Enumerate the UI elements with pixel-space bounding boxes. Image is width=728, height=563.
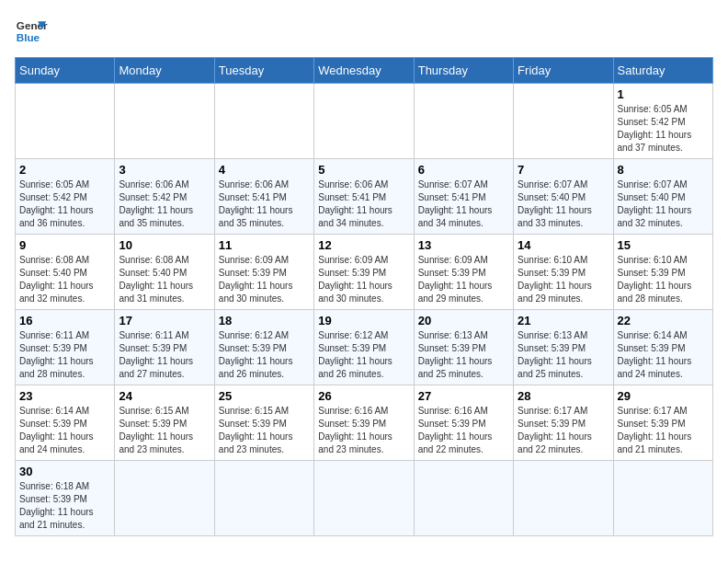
cell-sun-info: Sunrise: 6:17 AMSunset: 5:39 PMDaylight:… (518, 405, 609, 456)
week-row-3: 9Sunrise: 6:08 AMSunset: 5:40 PMDaylight… (16, 235, 713, 310)
weekday-header-monday: Monday (115, 58, 214, 84)
weekday-header-thursday: Thursday (414, 58, 513, 84)
calendar-cell: 28Sunrise: 6:17 AMSunset: 5:39 PMDayligh… (514, 385, 613, 461)
day-number: 30 (19, 465, 110, 478)
calendar-cell: 8Sunrise: 6:07 AMSunset: 5:40 PMDaylight… (613, 159, 712, 235)
calendar-cell: 24Sunrise: 6:15 AMSunset: 5:39 PMDayligh… (115, 385, 214, 461)
day-number: 2 (19, 163, 110, 177)
cell-sun-info: Sunrise: 6:17 AMSunset: 5:39 PMDaylight:… (618, 405, 709, 456)
day-number: 14 (518, 238, 609, 252)
day-number: 16 (19, 314, 110, 327)
cell-sun-info: Sunrise: 6:16 AMSunset: 5:39 PMDaylight:… (418, 405, 509, 456)
cell-sun-info: Sunrise: 6:07 AMSunset: 5:41 PMDaylight:… (418, 178, 509, 230)
calendar-cell (414, 84, 513, 159)
calendar-cell (314, 84, 414, 159)
calendar-cell: 15Sunrise: 6:10 AMSunset: 5:39 PMDayligh… (613, 235, 712, 310)
cell-sun-info: Sunrise: 6:18 AMSunset: 5:39 PMDaylight:… (19, 480, 110, 532)
calendar-cell (514, 461, 613, 536)
weekday-header-tuesday: Tuesday (214, 58, 313, 84)
cell-sun-info: Sunrise: 6:08 AMSunset: 5:40 PMDaylight:… (19, 254, 110, 305)
calendar-cell: 10Sunrise: 6:08 AMSunset: 5:40 PMDayligh… (115, 235, 214, 310)
cell-sun-info: Sunrise: 6:09 AMSunset: 5:39 PMDaylight:… (318, 254, 409, 305)
day-number: 5 (318, 163, 409, 177)
calendar-cell: 21Sunrise: 6:13 AMSunset: 5:39 PMDayligh… (514, 310, 613, 385)
cell-sun-info: Sunrise: 6:14 AMSunset: 5:39 PMDaylight:… (19, 405, 110, 456)
calendar-cell (16, 84, 115, 159)
cell-sun-info: Sunrise: 6:09 AMSunset: 5:39 PMDaylight:… (219, 254, 310, 305)
day-number: 12 (318, 238, 409, 252)
day-number: 29 (618, 389, 709, 403)
calendar-cell (414, 461, 513, 536)
day-number: 3 (119, 163, 210, 177)
day-number: 10 (119, 238, 210, 252)
calendar-cell (613, 461, 712, 536)
day-number: 24 (119, 389, 210, 403)
day-number: 13 (418, 238, 509, 252)
calendar-cell: 7Sunrise: 6:07 AMSunset: 5:40 PMDaylight… (514, 159, 613, 235)
cell-sun-info: Sunrise: 6:06 AMSunset: 5:42 PMDaylight:… (119, 178, 210, 230)
calendar-cell: 5Sunrise: 6:06 AMSunset: 5:41 PMDaylight… (314, 159, 414, 235)
calendar-cell (514, 84, 613, 159)
calendar-cell: 16Sunrise: 6:11 AMSunset: 5:39 PMDayligh… (16, 310, 115, 385)
calendar-cell: 11Sunrise: 6:09 AMSunset: 5:39 PMDayligh… (214, 235, 313, 310)
cell-sun-info: Sunrise: 6:13 AMSunset: 5:39 PMDaylight:… (418, 329, 509, 381)
day-number: 26 (318, 389, 409, 403)
calendar-cell: 2Sunrise: 6:05 AMSunset: 5:42 PMDaylight… (16, 159, 115, 235)
cell-sun-info: Sunrise: 6:13 AMSunset: 5:39 PMDaylight:… (518, 329, 609, 381)
week-row-6: 30Sunrise: 6:18 AMSunset: 5:39 PMDayligh… (16, 461, 713, 536)
cell-sun-info: Sunrise: 6:11 AMSunset: 5:39 PMDaylight:… (19, 329, 110, 381)
cell-sun-info: Sunrise: 6:12 AMSunset: 5:39 PMDaylight:… (219, 329, 310, 381)
calendar-cell: 3Sunrise: 6:06 AMSunset: 5:42 PMDaylight… (115, 159, 214, 235)
calendar-cell: 13Sunrise: 6:09 AMSunset: 5:39 PMDayligh… (414, 235, 513, 310)
day-number: 6 (418, 163, 509, 177)
calendar-cell (214, 84, 313, 159)
day-number: 11 (219, 238, 310, 252)
calendar-cell: 6Sunrise: 6:07 AMSunset: 5:41 PMDaylight… (414, 159, 513, 235)
week-row-2: 2Sunrise: 6:05 AMSunset: 5:42 PMDaylight… (16, 159, 713, 235)
day-number: 4 (219, 163, 310, 177)
calendar-cell: 27Sunrise: 6:16 AMSunset: 5:39 PMDayligh… (414, 385, 513, 461)
week-row-5: 23Sunrise: 6:14 AMSunset: 5:39 PMDayligh… (16, 385, 713, 461)
cell-sun-info: Sunrise: 6:10 AMSunset: 5:39 PMDaylight:… (618, 254, 709, 305)
cell-sun-info: Sunrise: 6:12 AMSunset: 5:39 PMDaylight:… (318, 329, 409, 381)
calendar-cell: 12Sunrise: 6:09 AMSunset: 5:39 PMDayligh… (314, 235, 414, 310)
header: General Blue (15, 15, 713, 48)
week-row-1: 1Sunrise: 6:05 AMSunset: 5:42 PMDaylight… (16, 84, 713, 159)
calendar-cell (115, 461, 214, 536)
day-number: 9 (19, 238, 110, 252)
calendar-cell: 19Sunrise: 6:12 AMSunset: 5:39 PMDayligh… (314, 310, 414, 385)
calendar-cell: 18Sunrise: 6:12 AMSunset: 5:39 PMDayligh… (214, 310, 313, 385)
calendar-cell: 4Sunrise: 6:06 AMSunset: 5:41 PMDaylight… (214, 159, 313, 235)
cell-sun-info: Sunrise: 6:15 AMSunset: 5:39 PMDaylight:… (219, 405, 310, 456)
generalblue-logo-icon: General Blue (15, 15, 48, 48)
calendar-cell: 22Sunrise: 6:14 AMSunset: 5:39 PMDayligh… (613, 310, 712, 385)
calendar-cell: 30Sunrise: 6:18 AMSunset: 5:39 PMDayligh… (16, 461, 115, 536)
cell-sun-info: Sunrise: 6:11 AMSunset: 5:39 PMDaylight:… (119, 329, 210, 381)
calendar-cell: 9Sunrise: 6:08 AMSunset: 5:40 PMDaylight… (16, 235, 115, 310)
calendar-cell (314, 461, 414, 536)
cell-sun-info: Sunrise: 6:14 AMSunset: 5:39 PMDaylight:… (618, 329, 709, 381)
day-number: 25 (219, 389, 310, 403)
calendar-cell (214, 461, 313, 536)
cell-sun-info: Sunrise: 6:07 AMSunset: 5:40 PMDaylight:… (618, 178, 709, 230)
calendar-header: SundayMondayTuesdayWednesdayThursdayFrid… (16, 58, 713, 84)
cell-sun-info: Sunrise: 6:08 AMSunset: 5:40 PMDaylight:… (119, 254, 210, 305)
calendar-cell: 17Sunrise: 6:11 AMSunset: 5:39 PMDayligh… (115, 310, 214, 385)
day-number: 19 (318, 314, 409, 327)
cell-sun-info: Sunrise: 6:05 AMSunset: 5:42 PMDaylight:… (618, 103, 709, 155)
day-number: 28 (518, 389, 609, 403)
day-number: 15 (618, 238, 709, 252)
cell-sun-info: Sunrise: 6:15 AMSunset: 5:39 PMDaylight:… (119, 405, 210, 456)
calendar-cell: 25Sunrise: 6:15 AMSunset: 5:39 PMDayligh… (214, 385, 313, 461)
calendar-cell: 26Sunrise: 6:16 AMSunset: 5:39 PMDayligh… (314, 385, 414, 461)
day-number: 27 (418, 389, 509, 403)
day-number: 22 (618, 314, 709, 327)
cell-sun-info: Sunrise: 6:06 AMSunset: 5:41 PMDaylight:… (219, 178, 310, 230)
cell-sun-info: Sunrise: 6:07 AMSunset: 5:40 PMDaylight:… (518, 178, 609, 230)
cell-sun-info: Sunrise: 6:16 AMSunset: 5:39 PMDaylight:… (318, 405, 409, 456)
day-number: 20 (418, 314, 509, 327)
svg-text:Blue: Blue (17, 31, 40, 43)
weekday-header-saturday: Saturday (613, 58, 712, 84)
calendar-cell: 20Sunrise: 6:13 AMSunset: 5:39 PMDayligh… (414, 310, 513, 385)
day-number: 21 (518, 314, 609, 327)
